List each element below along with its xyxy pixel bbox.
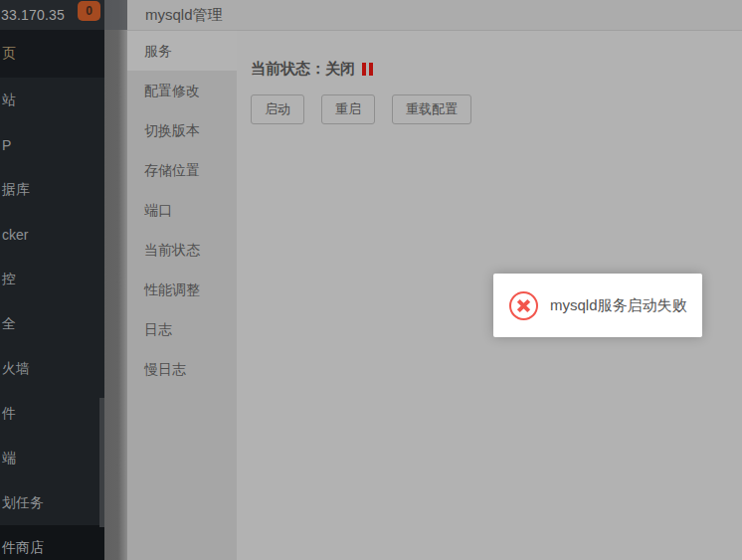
sidebar-item-appstore[interactable]: 件商店: [0, 525, 104, 560]
status-value: 关闭: [325, 60, 355, 79]
dimmed-page-gap-top: [104, 0, 127, 30]
status-stopped-icon: [362, 63, 376, 76]
dialog-title: mysqld管理: [127, 6, 223, 25]
dimmed-page-gap: [104, 0, 127, 560]
sidebar-item-docker[interactable]: cker: [0, 212, 104, 257]
dialog-header[interactable]: mysqld管理: [127, 0, 742, 31]
tab-port[interactable]: 端口: [127, 190, 237, 230]
status-label: 当前状态：: [251, 60, 325, 79]
error-circle-x-icon: [508, 290, 539, 321]
error-toast: mysqld服务启动失败: [493, 274, 702, 337]
error-toast-message: mysqld服务启动失败: [550, 296, 687, 315]
start-button[interactable]: 启动: [251, 94, 304, 124]
topbar: 33.170.35 0: [0, 0, 104, 30]
tab-log[interactable]: 日志: [127, 309, 237, 349]
tab-service[interactable]: 服务: [127, 31, 237, 71]
sidebar-item-security[interactable]: 全: [0, 301, 104, 346]
current-status-line: 当前状态：关闭: [251, 60, 742, 79]
sidebar: 33.170.35 0 页 站 P 据库 cker 控 全 火墙 件 端 划任务…: [0, 0, 104, 560]
tab-performance[interactable]: 性能调整: [127, 270, 237, 309]
reload-config-button[interactable]: 重载配置: [392, 94, 471, 124]
tab-storage[interactable]: 存储位置: [127, 150, 237, 190]
service-buttons-row: 启动 重启 重载配置: [251, 94, 742, 124]
sidebar-item-site[interactable]: 站: [0, 78, 104, 122]
server-ip-label: 33.170.35: [0, 7, 65, 23]
sidebar-item-firewall[interactable]: 火墙: [0, 346, 104, 391]
tab-status[interactable]: 当前状态: [127, 230, 237, 270]
sidebar-item-files[interactable]: 件: [0, 391, 104, 436]
sidebar-item-ftp[interactable]: P: [0, 122, 104, 167]
sidebar-item-database[interactable]: 据库: [0, 167, 104, 212]
tab-config[interactable]: 配置修改: [127, 71, 237, 110]
notification-badge[interactable]: 0: [78, 1, 100, 21]
sidebar-item-home[interactable]: 页: [0, 30, 104, 78]
restart-button[interactable]: 重启: [321, 94, 375, 124]
sidebar-item-cron[interactable]: 划任务: [0, 480, 104, 525]
sidebar-item-terminal[interactable]: 端: [0, 436, 104, 480]
sidebar-item-monitor[interactable]: 控: [0, 257, 104, 301]
tab-version[interactable]: 切换版本: [127, 110, 237, 150]
tab-slowlog[interactable]: 慢日志: [127, 349, 237, 389]
dialog-tab-list: 服务 配置修改 切换版本 存储位置 端口 当前状态 性能调整 日志 慢日志: [127, 31, 237, 560]
